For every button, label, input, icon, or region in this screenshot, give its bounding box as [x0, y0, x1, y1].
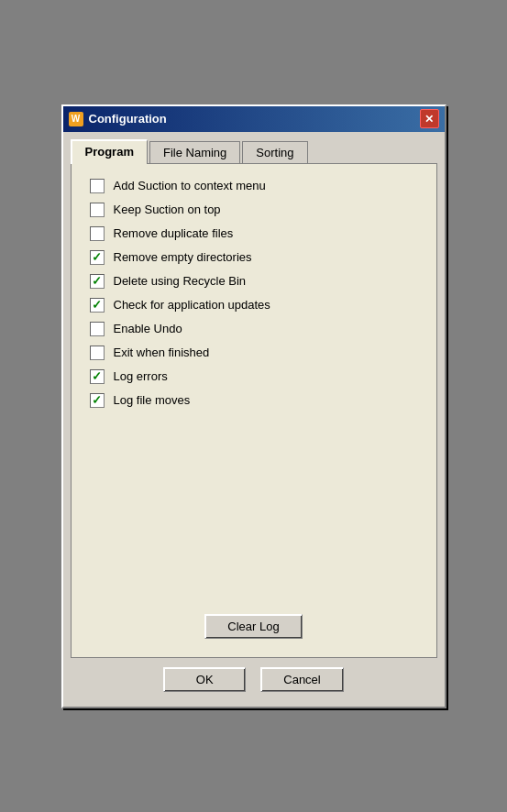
tab-bar: Program File Naming Sorting: [71, 139, 437, 163]
checkbox-list: Add Suction to context menu Keep Suction…: [90, 179, 418, 592]
checkbox-exit-finished[interactable]: [90, 346, 105, 360]
checkbox-label-check-updates: Check for application updates: [114, 298, 270, 312]
checkbox-item-add-suction[interactable]: Add Suction to context menu: [90, 179, 418, 193]
app-icon: W: [69, 112, 83, 126]
title-bar: W Configuration ✕: [63, 106, 445, 132]
clear-log-button[interactable]: Clear Log: [204, 614, 302, 639]
footer: OK Cancel: [71, 658, 437, 699]
configuration-window: W Configuration ✕ Program File Naming So…: [61, 104, 446, 708]
checkbox-label-add-suction: Add Suction to context menu: [114, 179, 266, 192]
checkbox-label-remove-empty: Remove empty directories: [114, 250, 252, 264]
close-button[interactable]: ✕: [420, 109, 439, 128]
ok-button[interactable]: OK: [163, 667, 246, 692]
checkbox-item-log-moves[interactable]: Log file moves: [90, 393, 418, 408]
checkbox-label-log-errors: Log errors: [114, 369, 168, 383]
checkbox-log-errors[interactable]: [90, 369, 105, 384]
checkbox-item-delete-recycle[interactable]: Delete using Recycle Bin: [90, 274, 418, 289]
checkbox-label-delete-recycle: Delete using Recycle Bin: [114, 274, 247, 288]
window-body: Program File Naming Sorting Add Suction …: [63, 132, 445, 707]
checkbox-label-keep-suction: Keep Suction on top: [114, 203, 221, 216]
checkbox-label-enable-undo: Enable Undo: [114, 322, 182, 335]
checkbox-remove-duplicates[interactable]: [90, 226, 105, 241]
checkbox-label-exit-finished: Exit when finished: [114, 346, 210, 359]
tab-program[interactable]: Program: [71, 139, 148, 164]
checkbox-label-log-moves: Log file moves: [114, 393, 191, 407]
tab-sorting[interactable]: Sorting: [242, 141, 307, 163]
checkbox-delete-recycle[interactable]: [90, 274, 105, 289]
checkbox-remove-empty[interactable]: [90, 250, 105, 265]
tab-file-naming[interactable]: File Naming: [149, 141, 240, 163]
clear-log-area: Clear Log: [90, 614, 418, 639]
checkbox-check-updates[interactable]: [90, 298, 105, 313]
checkbox-log-moves[interactable]: [90, 393, 105, 408]
checkbox-add-suction[interactable]: [90, 179, 105, 193]
checkbox-item-remove-empty[interactable]: Remove empty directories: [90, 250, 418, 265]
checkbox-item-enable-undo[interactable]: Enable Undo: [90, 322, 418, 336]
checkbox-label-remove-duplicates: Remove duplicate files: [114, 226, 234, 240]
checkbox-item-log-errors[interactable]: Log errors: [90, 369, 418, 384]
checkbox-item-exit-finished[interactable]: Exit when finished: [90, 346, 418, 360]
checkbox-keep-suction[interactable]: [90, 203, 105, 217]
checkbox-item-keep-suction[interactable]: Keep Suction on top: [90, 203, 418, 217]
tab-content-program: Add Suction to context menu Keep Suction…: [71, 163, 437, 658]
title-bar-left: W Configuration: [69, 112, 167, 126]
checkbox-item-check-updates[interactable]: Check for application updates: [90, 298, 418, 313]
window-title: Configuration: [89, 112, 167, 126]
checkbox-item-remove-duplicates[interactable]: Remove duplicate files: [90, 226, 418, 241]
checkbox-enable-undo[interactable]: [90, 322, 105, 336]
cancel-button[interactable]: Cancel: [260, 667, 343, 692]
